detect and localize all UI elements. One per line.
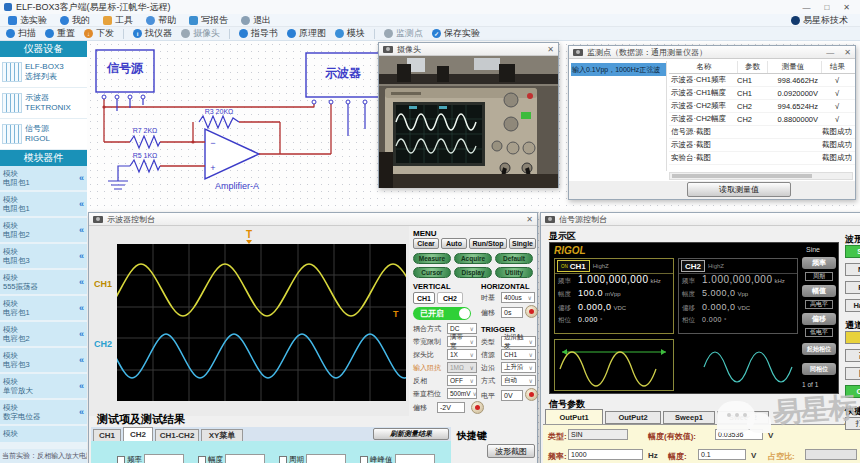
scope-screen[interactable]: T	[117, 244, 406, 401]
collapse-icon[interactable]: «	[79, 277, 84, 287]
resistor-r7[interactable]	[130, 136, 160, 148]
collapse-icon[interactable]: «	[79, 251, 84, 261]
minimize-icon[interactable]: —	[826, 48, 834, 57]
display-button[interactable]: Display	[454, 267, 492, 278]
output-button[interactable]: Out	[845, 385, 860, 398]
invert-select[interactable]: OFF	[447, 375, 477, 386]
close-icon[interactable]: ✕	[526, 215, 533, 224]
sidebar-module-item[interactable]: 模块电容包2«	[0, 322, 87, 346]
sidebar-module-item[interactable]: 模块电阻包3«	[0, 244, 87, 268]
toolbar-camera[interactable]: 摄像头	[181, 27, 220, 40]
clear-button[interactable]: Clear	[413, 238, 439, 249]
harmonic-wave-button[interactable]: Harm	[845, 299, 860, 312]
trigger-source-select[interactable]: CH1	[501, 349, 536, 360]
high-level-button[interactable]: 高	[845, 349, 860, 362]
sync-phase-soft-button[interactable]: 同相位	[802, 363, 836, 375]
toolbar-schematic[interactable]: 原理图	[287, 27, 326, 40]
sidebar-module-item[interactable]: 模块电阻包1«	[0, 192, 87, 216]
tab-sweep2[interactable]: Sweep2	[717, 411, 769, 424]
utility-button[interactable]: Utility	[495, 267, 533, 278]
sidebar-module-item[interactable]: 模块电阻包2«	[0, 218, 87, 242]
waveform-snapshot-button[interactable]: 波形截图	[487, 444, 535, 458]
checkbox[interactable]	[360, 456, 368, 463]
trigger-level-knob[interactable]	[525, 388, 538, 401]
resistor-r3[interactable]	[199, 116, 239, 128]
run-stop-button[interactable]: Run/Stop	[469, 238, 507, 249]
menu-item-tools[interactable]: 工具	[103, 14, 133, 27]
tab-ch1[interactable]: CH1	[93, 429, 121, 441]
sync-button[interactable]: 同	[845, 367, 860, 380]
hoffset-input[interactable]: 0s	[501, 307, 523, 318]
single-button[interactable]: Single	[509, 238, 536, 249]
freq-input[interactable]: 1000	[568, 449, 643, 460]
sidebar-module-item[interactable]: 模块电容包1«	[0, 296, 87, 320]
refresh-measurements-button[interactable]: 刷新测量结果	[373, 428, 449, 440]
sidebar-item-signal-source[interactable]: 信号源RIGOL	[0, 119, 87, 150]
tab-ch2[interactable]: CH2	[437, 292, 463, 304]
ramp-wave-button[interactable]: Ra	[845, 281, 860, 294]
ch2-panel[interactable]: CH2 HighZ 频率1.000,000,000kHz 幅度5.000,0Vp…	[678, 258, 798, 334]
check-value-input[interactable]	[144, 454, 184, 463]
close-icon[interactable]: ✕	[843, 3, 850, 12]
menu-item-report[interactable]: 写报告	[189, 14, 228, 27]
table-row[interactable]: 实验台·截图截图成功	[669, 152, 855, 165]
toolbar-scan[interactable]: 扫描	[6, 27, 36, 40]
collapse-icon[interactable]: «	[79, 173, 84, 183]
sidebar-module-item[interactable]: 模块555振荡器«	[0, 270, 87, 294]
collapse-icon[interactable]: «	[79, 355, 84, 365]
collapse-icon[interactable]: «	[79, 225, 84, 235]
ch1-panel[interactable]: ON CH1 HighZ 频率1.000,000,000kHz 幅度100.0m…	[554, 258, 674, 334]
read-measurements-button[interactable]: 读取测量值	[687, 182, 791, 197]
toolbar-find-instrument[interactable]: i找仪器	[133, 27, 172, 40]
trigger-type-select[interactable]: 边沿触发	[501, 336, 536, 347]
table-row[interactable]: 示波器·CH1幅度CH10.0920000V√	[669, 87, 855, 100]
voffset-input[interactable]: -2V	[437, 402, 465, 413]
offset-soft-button[interactable]: 偏移	[802, 313, 836, 325]
toolbar-modules[interactable]: 模块	[335, 27, 365, 40]
table-row[interactable]: 示波器·截图截图成功	[669, 139, 855, 152]
menu-item-exit[interactable]: 退出	[241, 14, 271, 27]
sidebar-module-item[interactable]: 模块数字电位器«	[0, 400, 87, 424]
check-value-input[interactable]	[225, 454, 265, 463]
tab-output1[interactable]: OutPut1	[545, 409, 603, 424]
toolbar-monitor-point[interactable]: 监测点	[384, 27, 423, 40]
noise-wave-button[interactable]: No	[845, 263, 860, 276]
table-row[interactable]: 示波器·CH1频率CH1998.4662Hz√	[669, 74, 855, 87]
table-row[interactable]: 示波器·CH2幅度CH20.8800000V√	[669, 113, 855, 126]
minimize-icon[interactable]: —	[802, 3, 810, 12]
collapse-icon[interactable]: «	[79, 407, 84, 417]
trigger-level-input[interactable]: 0V	[501, 390, 523, 401]
table-row[interactable]: 示波器·CH2频率CH2994.6524Hz√	[669, 100, 855, 113]
acquire-button[interactable]: Acquire	[454, 253, 492, 264]
vscale-select[interactable]: 500mV	[447, 388, 477, 399]
collapse-icon[interactable]: «	[79, 381, 84, 391]
bandwidth-select[interactable]: 满带宽	[447, 336, 477, 347]
collapse-icon[interactable]: «	[79, 329, 84, 339]
default-button[interactable]: Default	[495, 253, 533, 264]
print-button[interactable]: 打印	[845, 417, 860, 430]
start-phase-soft-button[interactable]: 起始相位	[802, 343, 836, 355]
tab-xy-menu[interactable]: XY菜单	[201, 429, 243, 441]
oscilloscope-titlebar[interactable]: 示波器控制台 ✕	[89, 213, 537, 226]
rms-input[interactable]: 0.03536	[715, 429, 763, 440]
tab-ch2[interactable]: CH2	[123, 427, 153, 441]
toolbar-reset[interactable]: 重置	[45, 27, 75, 40]
auto-button[interactable]: Auto	[441, 238, 467, 249]
amplitude-soft-button[interactable]: 幅值	[802, 285, 836, 297]
tab-ch1[interactable]: CH1	[413, 292, 435, 304]
menu-item-help[interactable]: 帮助	[146, 14, 176, 27]
trigger-mode-select[interactable]: 自动	[501, 375, 536, 386]
menu-item-experiments[interactable]: 选实验	[8, 14, 47, 27]
trigger-edge-select[interactable]: 上升沿	[501, 362, 536, 373]
horizontal-scrollbar[interactable]	[669, 172, 853, 180]
sidebar-item-elfbox[interactable]: ELF-BOX3选择列表	[0, 57, 87, 88]
checkbox[interactable]	[198, 456, 206, 463]
highlevel-soft-label[interactable]: 高电平	[805, 300, 833, 309]
camera-titlebar[interactable]: 摄像头 ✕	[379, 43, 558, 56]
toolbar-save-experiment[interactable]: ✓保存实验	[432, 27, 480, 40]
measure-button[interactable]: Measure	[413, 253, 451, 264]
channel-on-button[interactable]: O	[845, 331, 860, 344]
checkbox[interactable]	[279, 456, 287, 463]
cursor-button[interactable]: Cursor	[413, 267, 451, 278]
sidebar-item-oscilloscope[interactable]: 示波器TEKTRONIX	[0, 88, 87, 119]
